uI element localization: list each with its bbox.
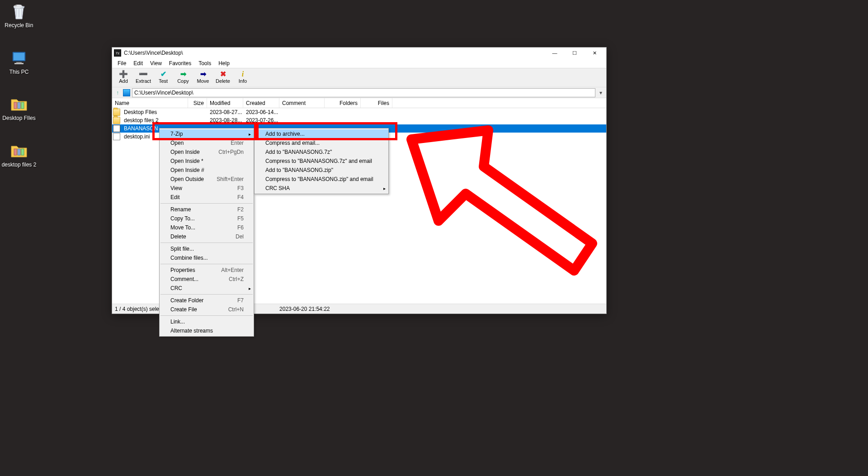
- separator: [160, 203, 253, 204]
- column-headers: Name Size Modified Created Comment Folde…: [112, 98, 606, 108]
- ctx-create-folder[interactable]: Create FolderF7: [160, 296, 254, 305]
- col-folders[interactable]: Folders: [325, 98, 361, 108]
- ctx-comment[interactable]: Comment...Ctrl+Z: [160, 275, 254, 284]
- menu-tools[interactable]: Tools: [195, 59, 215, 67]
- svg-rect-6: [14, 102, 17, 109]
- desktop-icon-this-pc[interactable]: This PC: [1, 49, 37, 75]
- ctx-properties[interactable]: PropertiesAlt+Enter: [160, 266, 254, 275]
- separator: [160, 315, 253, 316]
- menu-help[interactable]: Help: [215, 59, 233, 67]
- path-dropdown[interactable]: ▾: [597, 90, 604, 96]
- col-created[interactable]: Created: [243, 98, 279, 108]
- cell-modified: 2023-08-27...: [207, 109, 243, 115]
- minus-icon: ➖: [134, 70, 153, 78]
- chevron-right-icon: ▸: [249, 286, 251, 291]
- ctx-link[interactable]: Link...: [160, 317, 254, 326]
- ctx-compress-7z-email[interactable]: Compress to "BANANASONG.7z" and email: [255, 157, 388, 166]
- svg-point-1: [14, 5, 23, 8]
- ctx-crc-sha[interactable]: CRC SHA▸: [255, 184, 388, 193]
- ctx-add-zip[interactable]: Add to "BANANASONG.zip": [255, 166, 388, 175]
- tool-add[interactable]: ➕Add: [114, 69, 133, 84]
- chevron-right-icon: ▸: [383, 186, 386, 191]
- desktop-icon-recycle-bin[interactable]: Recycle Bin: [1, 2, 37, 29]
- tool-info[interactable]: iInfo: [233, 69, 252, 84]
- check-icon: ✔: [154, 70, 173, 78]
- separator: [160, 243, 253, 243]
- cell-name: desktop files 2: [121, 117, 188, 124]
- svg-rect-3: [14, 53, 24, 60]
- col-size[interactable]: Size: [188, 98, 207, 108]
- tool-delete[interactable]: ✖Delete: [213, 69, 232, 84]
- folder-icon: [9, 142, 28, 161]
- app-icon: 7z: [114, 49, 121, 57]
- ctx-open-inside-hash[interactable]: Open Inside #: [160, 166, 254, 175]
- desktop-icon-folder-1[interactable]: Desktop FIles: [1, 95, 37, 121]
- tool-move[interactable]: ➡Move: [193, 69, 212, 84]
- drive-icon: [123, 89, 130, 96]
- ctx-delete[interactable]: DeleteDel: [160, 232, 254, 241]
- ctx-open-inside[interactable]: Open InsideCtrl+PgDn: [160, 148, 254, 157]
- tool-test[interactable]: ✔Test: [154, 69, 173, 84]
- ini-icon: [113, 133, 120, 140]
- menu-favorites[interactable]: Favorites: [165, 59, 195, 67]
- ctx-compress-zip-email[interactable]: Compress to "BANANASONG.zip" and email: [255, 175, 388, 184]
- close-button[interactable]: ✕: [585, 48, 604, 58]
- ctx-compress-email[interactable]: Compress and email...: [255, 138, 388, 148]
- desktop-icon-label: Recycle Bin: [1, 22, 37, 29]
- ctx-copy-to[interactable]: Copy To...F5: [160, 214, 254, 223]
- status-selection: 1 / 4 object(s) selec: [115, 306, 162, 312]
- plus-icon: ➕: [114, 70, 133, 78]
- path-input[interactable]: [132, 88, 595, 97]
- chevron-right-icon: ▸: [249, 132, 251, 137]
- ctx-alternate-streams[interactable]: Alternate streams: [160, 326, 254, 335]
- ctx-add-7z[interactable]: Add to "BANANASONG.7z": [255, 148, 388, 157]
- col-files[interactable]: Files: [361, 98, 392, 108]
- separator: [160, 264, 253, 264]
- titlebar[interactable]: 7z C:\Users\Vince\Desktop\ — ☐ ✕: [112, 48, 606, 58]
- arrow-right-icon: ➡: [193, 70, 212, 78]
- menu-view[interactable]: View: [146, 59, 165, 67]
- desktop-icon-folder-2[interactable]: desktop files 2: [1, 142, 37, 168]
- ctx-add-to-archive[interactable]: Add to archive...: [255, 129, 388, 138]
- folder-icon: [9, 95, 28, 114]
- desktop-icon-label: Desktop FIles: [1, 115, 37, 121]
- svg-rect-4: [16, 62, 22, 63]
- cell-modified: 2023-08-28...: [207, 117, 243, 124]
- ctx-move-to[interactable]: Move To...F6: [160, 223, 254, 232]
- ctx-view[interactable]: ViewF3: [160, 184, 254, 193]
- col-comment[interactable]: Comment: [279, 98, 325, 108]
- ctx-create-file[interactable]: Create FileCtrl+N: [160, 305, 254, 314]
- col-modified[interactable]: Modified: [207, 98, 243, 108]
- col-name[interactable]: Name: [112, 98, 188, 108]
- up-icon[interactable]: ↑: [114, 89, 121, 96]
- ctx-open-outside[interactable]: Open OutsideShift+Enter: [160, 175, 254, 184]
- svg-rect-5: [14, 63, 24, 64]
- minimize-button[interactable]: —: [545, 48, 565, 58]
- status-date: 2023-06-20 21:54:22: [279, 306, 330, 312]
- ctx-split-file[interactable]: Split file...: [160, 244, 254, 253]
- x-icon: ✖: [213, 70, 232, 78]
- separator: [160, 294, 253, 295]
- ctx-combine-files[interactable]: Combine files...: [160, 253, 254, 262]
- tool-extract[interactable]: ➖Extract: [134, 69, 153, 84]
- maximize-button[interactable]: ☐: [565, 48, 585, 58]
- film-icon: [113, 125, 120, 132]
- ctx-rename[interactable]: RenameF2: [160, 205, 254, 214]
- menu-edit[interactable]: Edit: [130, 59, 146, 67]
- ctx-7zip[interactable]: 7-Zip▸: [160, 129, 254, 138]
- tool-copy[interactable]: ➡Copy: [174, 69, 193, 84]
- ctx-edit[interactable]: EditF4: [160, 193, 254, 202]
- context-menu-main: 7-Zip▸ OpenEnter Open InsideCtrl+PgDn Op…: [159, 128, 254, 337]
- list-row[interactable]: desktop files 2 2023-08-28... 2023-07-26…: [112, 116, 606, 124]
- cell-created: 2023-06-14...: [243, 109, 279, 115]
- desktop-icon-label: This PC: [1, 69, 37, 75]
- ctx-open[interactable]: OpenEnter: [160, 138, 254, 148]
- pathbar: ↑ ▾: [112, 87, 606, 98]
- menubar: File Edit View Favorites Tools Help: [112, 58, 606, 68]
- folder-icon: [113, 109, 120, 116]
- list-row[interactable]: Desktop FIles 2023-08-27... 2023-06-14..…: [112, 108, 606, 116]
- menu-file[interactable]: File: [114, 59, 130, 67]
- ctx-crc[interactable]: CRC▸: [160, 284, 254, 293]
- cell-name: Desktop FIles: [121, 109, 188, 115]
- ctx-open-inside-star[interactable]: Open Inside *: [160, 157, 254, 166]
